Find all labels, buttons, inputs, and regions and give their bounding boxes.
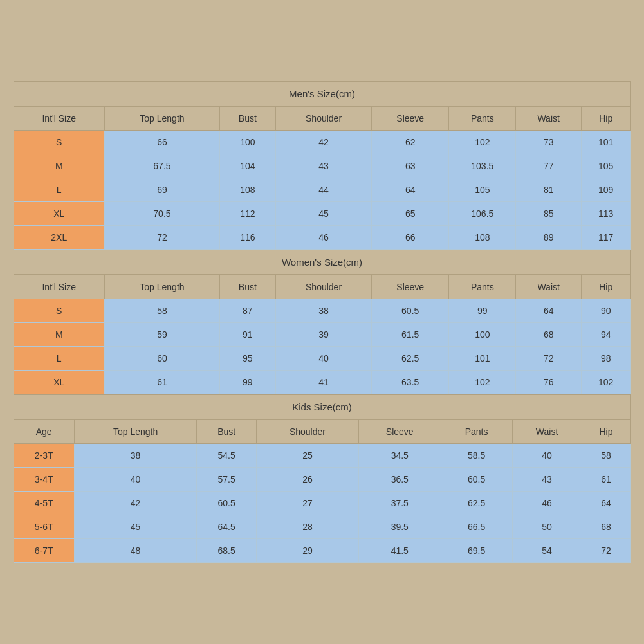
data-cell: 28 — [256, 515, 358, 539]
data-cell: 72 — [582, 539, 630, 563]
data-cell: 69.5 — [441, 539, 512, 563]
col-header-shoulder: Shoulder — [275, 107, 371, 131]
data-cell: 58 — [582, 444, 630, 468]
size-cell: M — [14, 323, 104, 347]
data-cell: 46 — [275, 226, 371, 250]
data-cell: 66.5 — [441, 515, 512, 539]
data-cell: 40 — [74, 468, 196, 492]
table-kids: AgeTop LengthBustShoulderSleevePantsWais… — [14, 419, 631, 563]
data-cell: 64 — [516, 299, 581, 323]
data-cell: 104 — [219, 154, 275, 178]
col-header-waist: Waist — [516, 275, 581, 299]
data-cell: 67.5 — [104, 154, 219, 178]
col-header-size: Int'l Size — [14, 107, 104, 131]
data-cell: 95 — [219, 347, 275, 371]
data-cell: 60.5 — [441, 468, 512, 492]
data-cell: 34.5 — [358, 444, 441, 468]
data-cell: 25 — [256, 444, 358, 468]
table-row: 6-7T4868.52941.569.55472 — [14, 539, 630, 563]
data-cell: 45 — [74, 515, 196, 539]
table-row: L69108446410581109 — [14, 178, 630, 202]
data-cell: 61 — [104, 371, 219, 394]
data-cell: 26 — [256, 468, 358, 492]
col-header-pants: Pants — [441, 420, 512, 444]
col-header-waist: Waist — [512, 420, 582, 444]
data-cell: 109 — [581, 178, 630, 202]
size-cell: M — [14, 154, 104, 178]
data-cell: 44 — [275, 178, 371, 202]
data-cell: 98 — [581, 347, 630, 371]
size-cell: 6-7T — [14, 539, 74, 563]
data-cell: 43 — [275, 154, 371, 178]
data-cell: 62 — [372, 131, 449, 154]
section-header-kids: Kids Size(cm) — [14, 394, 631, 419]
data-cell: 40 — [512, 444, 582, 468]
data-cell: 72 — [104, 226, 219, 250]
data-cell: 46 — [512, 492, 582, 515]
data-cell: 58.5 — [441, 444, 512, 468]
data-cell: 60.5 — [197, 492, 257, 515]
table-mens: Int'l SizeTop LengthBustShoulderSleevePa… — [14, 106, 631, 250]
data-cell: 62.5 — [441, 492, 512, 515]
size-cell: L — [14, 347, 104, 371]
col-header-pants: Pants — [449, 107, 516, 131]
section-mens: Men's Size(cm)Int'l SizeTop LengthBustSh… — [14, 81, 631, 250]
table-row: S66100426210273101 — [14, 131, 630, 154]
table-row: S58873860.5996490 — [14, 299, 630, 323]
data-cell: 72 — [516, 347, 581, 371]
col-header-bust: Bust — [219, 275, 275, 299]
data-cell: 42 — [275, 131, 371, 154]
col-header-shoulder: Shoulder — [256, 420, 358, 444]
data-cell: 101 — [581, 131, 630, 154]
col-header-sleeve: Sleeve — [372, 107, 449, 131]
data-cell: 45 — [275, 202, 371, 226]
table-row: M59913961.51006894 — [14, 323, 630, 347]
section-header-mens: Men's Size(cm) — [14, 81, 631, 106]
data-cell: 48 — [74, 539, 196, 563]
data-cell: 77 — [516, 154, 581, 178]
data-cell: 63 — [372, 154, 449, 178]
data-cell: 41 — [275, 371, 371, 394]
col-header-pants: Pants — [449, 275, 516, 299]
data-cell: 65 — [372, 202, 449, 226]
data-cell: 60 — [104, 347, 219, 371]
data-cell: 61 — [582, 468, 630, 492]
data-cell: 85 — [516, 202, 581, 226]
data-cell: 68 — [516, 323, 581, 347]
table-row: 2-3T3854.52534.558.54058 — [14, 444, 630, 468]
data-cell: 101 — [449, 347, 516, 371]
data-cell: 81 — [516, 178, 581, 202]
data-cell: 29 — [256, 539, 358, 563]
section-kids: Kids Size(cm)AgeTop LengthBustShoulderSl… — [14, 394, 631, 563]
col-header-top-length: Top Length — [104, 275, 219, 299]
table-row: 5-6T4564.52839.566.55068 — [14, 515, 630, 539]
col-header-hip: Hip — [582, 420, 630, 444]
data-cell: 61.5 — [372, 323, 449, 347]
data-cell: 106.5 — [449, 202, 516, 226]
data-cell: 41.5 — [358, 539, 441, 563]
data-cell: 102 — [581, 371, 630, 394]
table-row: L60954062.51017298 — [14, 347, 630, 371]
data-cell: 54.5 — [197, 444, 257, 468]
data-cell: 38 — [74, 444, 196, 468]
data-cell: 73 — [516, 131, 581, 154]
data-cell: 64 — [372, 178, 449, 202]
data-cell: 64.5 — [197, 515, 257, 539]
size-cell: 2XL — [14, 226, 104, 250]
data-cell: 90 — [581, 299, 630, 323]
table-womens: Int'l SizeTop LengthBustShoulderSleevePa… — [14, 275, 631, 394]
size-cell: S — [14, 299, 104, 323]
size-cell: L — [14, 178, 104, 202]
data-cell: 54 — [512, 539, 582, 563]
data-cell: 68 — [582, 515, 630, 539]
data-cell: 94 — [581, 323, 630, 347]
size-chart-container: Men's Size(cm)Int'l SizeTop LengthBustSh… — [7, 75, 638, 569]
size-cell: XL — [14, 202, 104, 226]
data-cell: 37.5 — [358, 492, 441, 515]
col-header-size: Int'l Size — [14, 275, 104, 299]
table-row: 3-4T4057.52636.560.54361 — [14, 468, 630, 492]
size-cell: 5-6T — [14, 515, 74, 539]
col-header-size: Age — [14, 420, 74, 444]
col-header-bust: Bust — [219, 107, 275, 131]
table-row: XL61994163.510276102 — [14, 371, 630, 394]
